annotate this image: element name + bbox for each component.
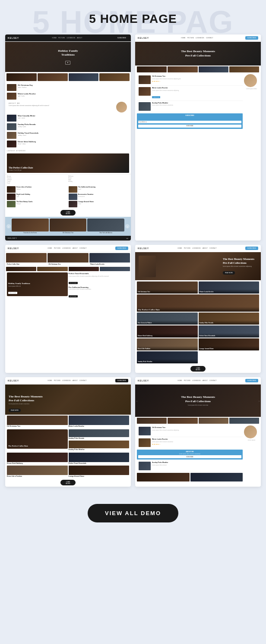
demo1-categories: BeautyFashionLifestyleTravelFood Wellnes…: [5, 174, 131, 185]
demo6-next-arrow[interactable]: ›: [259, 400, 260, 402]
about-section: ABOUT ME Lorem ipsum dolor sit amet cons…: [5, 100, 131, 114]
demo6-subscribe-block: ABOUT ME Lorem ipsum dolor sit amet cons…: [137, 450, 243, 460]
blog-text-3: Wear Casually Winter wear • winter: [18, 115, 129, 119]
demo-card-4: KELSEY HOME PICTURE LOOKBOOK ABOUT CONTA…: [135, 245, 261, 373]
blog-text-5: Holiday Travel Essentials holiday • trav…: [18, 132, 129, 136]
demo1-footer: KELSEY ◀ ▶: [5, 236, 131, 241]
demo5-bottom-posts: Dinner Hotel Salzburg Perfect Travel Ess…: [5, 452, 131, 478]
view-all-demo-button[interactable]: VIEW ALL DEMO: [88, 504, 178, 522]
carousel-next-arrow[interactable]: ›: [125, 224, 130, 228]
demo2-submit-btn[interactable]: SUBSCRIBE: [138, 125, 241, 128]
masonry-item-10: Sunday Picks Weather: [137, 351, 198, 363]
blog-row-5: Holiday Travel Essentials holiday • trav…: [5, 131, 131, 140]
carousel-item-2: Oh Christmas Tree: [50, 219, 87, 234]
demo3-subscribe-btn[interactable]: SUBSCRIBE: [115, 247, 128, 250]
demo4-hero-text: The Best Beauty MomentsPre-Fall Collecti…: [223, 257, 254, 275]
demo-card-6: KELSEY HOME PICTURE LOOKBOOK ABOUT CONTA…: [135, 377, 261, 487]
lp-item: Night Look Holiday style: [7, 194, 68, 200]
masonry-item-4: New Grows in Winter: [137, 313, 198, 325]
blog-row-1: Oh Christmas Day winter • fashion: [5, 83, 131, 92]
demo3-brand: KELSEY: [8, 247, 19, 250]
blog-row-4: Sunday Picks Nevada sunday • picks: [5, 122, 131, 131]
carousel-item-3: New York with Actress: [87, 219, 124, 234]
demo1-hero-text: Holiday FamilyTraditions ▶: [58, 49, 78, 65]
demo2-stars-1: ★★★★☆: [152, 80, 241, 82]
masonry-item-2: Winter Looks Revolve: [199, 281, 260, 294]
masonry-item-7: Perfect Travel Essentials: [199, 325, 260, 338]
demo5-featured: The Perfect Coffee Date Sunday Picks Nev…: [5, 428, 131, 452]
demo6-about-btn[interactable]: SUBSCRIBE: [138, 455, 241, 458]
demo5-hero: The Best Beauty MomentsPre-Fall Collecti…: [5, 385, 131, 415]
lp-item: The California Dreaming travel: [69, 186, 130, 193]
demo2-post-1: Oh Christmas Tree Lorem ipsum dolor sit …: [137, 74, 243, 86]
demo6-avatar: [244, 425, 257, 438]
masonry-item-9: Lounge Around Home: [199, 338, 260, 350]
demo2-post-3: Sunday Picks Weather Lorem ipsum dolor s…: [137, 101, 243, 113]
masonry-item-3: The Perfect Coffee Date: [137, 294, 259, 312]
demo4-subscribe-btn[interactable]: SUBSCRIBE: [245, 247, 258, 250]
demo3-big-post: Holiday Family Traditions Lorem ipsum do…: [5, 272, 131, 299]
demo2-about-btn[interactable]: ABOUT ME: [152, 96, 160, 98]
demo1-featured: The Perfect Coffee Date October 11 at 5:…: [7, 153, 129, 173]
demo3-small-thumbs: [5, 266, 131, 272]
lp-item: Lounge Around Home home: [69, 201, 130, 207]
demo2-hero: The Best Beauty MomentsPre-Fall Collecti…: [135, 42, 261, 66]
demo3-read-more-3[interactable]: READ MORE: [69, 295, 78, 297]
demo1-hero-btn[interactable]: ▶: [65, 61, 70, 65]
demo4-load-more[interactable]: LOAD MORE: [190, 366, 206, 372]
demo2-subscribe-block: SUBSCRIBE SUBSCRIBE: [137, 113, 243, 129]
demo2-content: Oh Christmas Tree Lorem ipsum dolor sit …: [135, 73, 261, 131]
demo6-thumbs: [135, 417, 261, 425]
cta-section: VIEW ALL DEMO: [0, 495, 266, 535]
page-title: 5 HOME PAGE: [9, 12, 257, 26]
demo1-hero: Holiday FamilyTraditions ▶: [5, 42, 131, 72]
demo5-subscribe-btn[interactable]: SUBSCRIBE: [115, 379, 128, 382]
demo6-nav: KELSEY HOME PICTURE LOOKBOOK ABOUT CONTA…: [135, 377, 261, 385]
blog-text-4: Sunday Picks Nevada sunday • picks: [18, 123, 129, 128]
demo4-hero-btn[interactable]: READ MORE: [223, 271, 235, 275]
demo1-latest: Dress Like a Fashion fashion The Califor…: [5, 185, 131, 209]
demo1-carousel-section: ‹ Favorites for the Home Oh Christmas Tr…: [5, 217, 131, 236]
demo6-post-3: Sunday Picks Weather Lorem ipsum dolor s…: [137, 460, 243, 472]
demo6-subscribe-btn[interactable]: SUBSCRIBE: [245, 379, 258, 382]
demo3-read-more-2[interactable]: READ MORE: [69, 282, 78, 284]
masonry-item-8: Dress Like Fashion: [137, 338, 198, 350]
demo6-brand: KELSEY: [138, 379, 149, 382]
demo4-hero: The Best Beauty MomentsPre-Fall Collecti…: [135, 252, 261, 280]
blog-text-2: Winter Looks Revolve style • looks: [18, 93, 129, 97]
thumb-item: [6, 73, 37, 81]
thumb-item: [69, 73, 99, 81]
demo4-brand: KELSEY: [138, 247, 149, 250]
demo3-read-more[interactable]: READ MORE: [8, 292, 17, 294]
demo-card-1: KELSEY HOME PICTURE LOOKBOOK ABOUT SUBSC…: [5, 34, 131, 241]
demo2-post-2: Winter Looks Revolve Lorem ipsum dolor s…: [137, 86, 243, 101]
demo6-post-2: Winter Looks Revolve Lorem ipsum dolor s…: [137, 437, 243, 449]
blog-text-6: Dinner Ideas Salzburg dinner • ideas: [18, 141, 129, 145]
carousel-item-1: Favorites for the Home: [12, 219, 49, 234]
demo-card-3: KELSEY HOME PICTURE LOOKBOOK ABOUT CONTA…: [5, 245, 131, 373]
demo3-nav: KELSEY HOME PICTURE LOOKBOOK ABOUT CONTA…: [5, 245, 131, 252]
demo4-nav: KELSEY HOME PICTURE LOOKBOOK ABOUT CONTA…: [135, 245, 261, 252]
demo5-brand: KELSEY: [8, 379, 19, 382]
lp-item: Accessories Vacation accessories: [69, 194, 130, 200]
demo1-hero-title: Holiday FamilyTraditions: [58, 49, 78, 57]
demo1-thumb-grid: [5, 72, 131, 82]
demo5-load-more[interactable]: LOAD MORE: [60, 480, 76, 485]
demo2-thumbs: [135, 66, 261, 73]
masonry-item-5: Sunday Picks Nevada: [199, 313, 260, 325]
demo5-hero-btn[interactable]: READ MORE: [9, 409, 21, 412]
demo4-posts: Oh Christmas Tree Winter Looks Revolve T…: [135, 280, 261, 365]
demos-container: KELSEY HOME PICTURE LOOKBOOK ABOUT SUBSC…: [0, 34, 266, 495]
demo6-post-1: Oh Christmas Tree Lorem ipsum dolor sit …: [137, 425, 243, 437]
blog-row-3: Wear Casually Winter wear • winter: [5, 114, 131, 122]
page-header: 5 HOME PAG 5 HOME PAGE: [0, 0, 266, 34]
demo6-hero: ‹ › The Best Beauty MomentsPre-Fall Coll…: [135, 385, 261, 417]
demo6-stars: ★★★★☆: [152, 443, 241, 445]
demo2-hero-title: The Best Beauty MomentsPre-Fall Collecti…: [181, 50, 215, 57]
demo2-email-input[interactable]: [138, 121, 241, 123]
demo1-blog-section: Oh Christmas Day winter • fashion Winter…: [5, 82, 131, 149]
demo1-load-more[interactable]: LOAD MORE: [60, 210, 76, 216]
demo6-prev-arrow[interactable]: ‹: [136, 400, 137, 402]
carousel-prev-arrow[interactable]: ‹: [6, 224, 11, 228]
demo2-avatar: [244, 74, 257, 87]
